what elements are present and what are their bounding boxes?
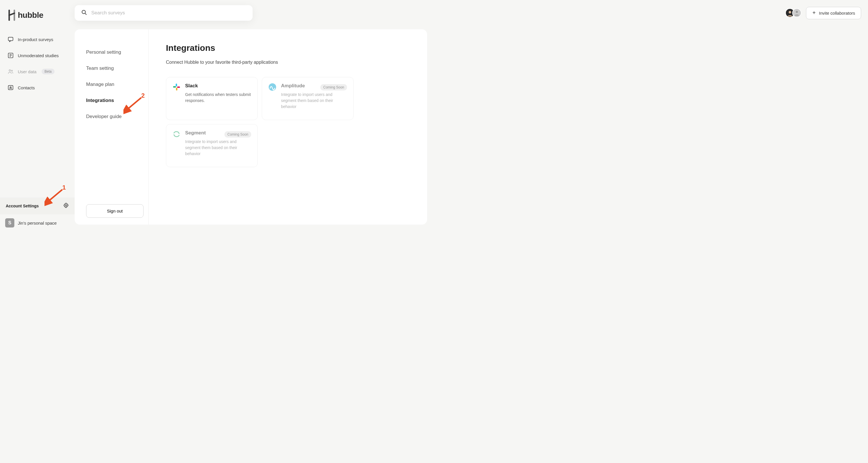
slack-icon — [173, 83, 181, 91]
integrations-content: Integrations Connect Hubble to your favo… — [149, 29, 427, 225]
contact-icon — [7, 84, 14, 91]
sidebar-item-label: Unmoderated studies — [18, 53, 59, 58]
integration-name: Segment — [185, 130, 206, 136]
svg-point-6 — [11, 70, 12, 71]
primary-nav: In-product surveys Unmoderated studies U… — [0, 32, 74, 95]
settings-nav-plan[interactable]: Manage plan — [86, 77, 142, 92]
svg-rect-7 — [8, 86, 13, 90]
topbar: Invite collaborators — [74, 5, 434, 21]
coming-soon-badge: Coming Soon — [320, 84, 347, 90]
integration-card-slack[interactable]: Slack Get notifications when testers sub… — [166, 77, 258, 120]
sidebar-item-label: In-product surveys — [18, 37, 53, 42]
sidebar-item-unmoderated-studies[interactable]: Unmoderated studies — [3, 48, 72, 63]
integration-card-amplitude: Amplitude Coming Soon Integrate to impor… — [262, 77, 353, 120]
page-subtitle: Connect Hubble to your favorite third-pa… — [166, 60, 410, 65]
sidebar-item-contacts[interactable]: Contacts — [3, 80, 72, 95]
account-settings-button[interactable]: Account Settings — [0, 198, 74, 214]
svg-rect-13 — [177, 86, 180, 88]
main-area: Personal setting Team setting Manage pla… — [74, 0, 434, 231]
integration-name: Amplitude — [281, 83, 305, 89]
search-bar[interactable] — [74, 5, 253, 21]
users-icon — [7, 68, 14, 75]
svg-rect-10 — [176, 84, 177, 86]
settings-nav-personal[interactable]: Personal setting — [86, 44, 142, 60]
search-input[interactable] — [91, 10, 246, 16]
sidebar: hubble In-product surveys Unmoderated st… — [0, 0, 74, 231]
svg-point-8 — [10, 87, 11, 88]
integration-name: Slack — [185, 83, 251, 89]
settings-nav: Personal setting Team setting Manage pla… — [74, 29, 149, 225]
sidebar-item-label: Contacts — [18, 85, 35, 90]
workspace-switcher[interactable]: S Jin's personal space — [0, 214, 74, 231]
settings-panel: Personal setting Team setting Manage pla… — [74, 29, 427, 225]
svg-point-15 — [174, 136, 175, 137]
sign-out-button[interactable]: Sign out — [86, 204, 144, 218]
svg-point-14 — [269, 83, 276, 91]
svg-rect-12 — [176, 88, 177, 90]
svg-line-18 — [85, 13, 87, 15]
search-icon — [81, 9, 87, 17]
brand-name: hubble — [18, 11, 43, 20]
workspace-name: Jin's personal space — [18, 221, 57, 226]
integration-card-segment: Segment Coming Soon Integrate to import … — [166, 124, 258, 167]
page-title: Integrations — [166, 43, 410, 53]
svg-point-17 — [82, 10, 86, 14]
sidebar-item-label: User data — [18, 69, 36, 74]
coming-soon-badge: Coming Soon — [224, 131, 251, 138]
settings-nav-integrations[interactable]: Integrations — [86, 92, 142, 109]
svg-rect-0 — [8, 37, 13, 41]
integration-cards: Slack Get notifications when testers sub… — [166, 77, 410, 167]
svg-point-16 — [178, 132, 179, 133]
integration-desc: Integrate to import users and segment th… — [185, 139, 251, 157]
integration-desc: Get notifications when testers submit re… — [185, 92, 251, 104]
beta-badge: Beta — [42, 69, 55, 75]
svg-point-5 — [9, 70, 11, 71]
brand-logo[interactable]: hubble — [0, 5, 74, 32]
settings-nav-team[interactable]: Team setting — [86, 60, 142, 77]
settings-nav-developer-guide[interactable]: Developer guide — [86, 109, 142, 125]
sidebar-item-in-product-surveys[interactable]: In-product surveys — [3, 32, 72, 47]
amplitude-icon — [268, 83, 276, 91]
account-settings-label: Account Settings — [6, 204, 39, 208]
list-icon — [7, 52, 14, 59]
svg-point-9 — [65, 205, 67, 206]
logo-icon — [8, 9, 16, 21]
integration-desc: Integrate to import users and segment th… — [281, 92, 347, 110]
gear-icon — [63, 202, 69, 209]
workspace-avatar: S — [5, 218, 14, 228]
sidebar-item-user-data[interactable]: User data Beta — [3, 64, 72, 79]
svg-rect-11 — [173, 86, 176, 88]
segment-icon — [173, 130, 181, 138]
chat-icon — [7, 36, 14, 42]
